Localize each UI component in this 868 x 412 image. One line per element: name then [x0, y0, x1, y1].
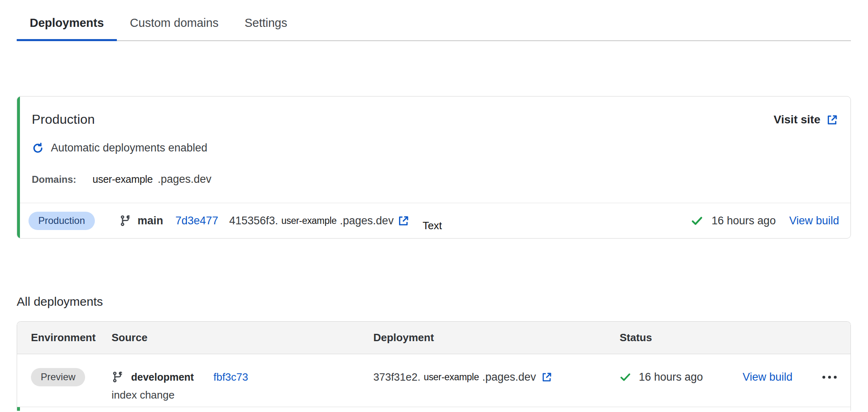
branch-name: main [138, 215, 163, 227]
deployment-domain-suffix: .pages.dev [482, 371, 536, 384]
production-indicator-bar [17, 96, 20, 238]
view-build-link[interactable]: View build [743, 371, 793, 384]
deployment-domain-name: user-example [281, 215, 337, 226]
external-link-icon[interactable] [397, 215, 410, 227]
domains-row: Domains: user-example .pages.dev [32, 173, 838, 186]
column-header-deployment: Deployment [373, 331, 620, 344]
refresh-icon [32, 142, 44, 154]
deployment-cell: 373f31e2. user-example .pages.dev [373, 369, 620, 385]
deployment-subdomain: 373f31e2. [373, 371, 421, 384]
deployment-domain-name: user-example [424, 372, 479, 383]
deployment-time: 16 hours ago [639, 371, 703, 384]
actions-cell: View build [743, 369, 850, 385]
git-branch-icon [119, 215, 132, 227]
auto-deployments-text: Automatic deployments enabled [51, 142, 207, 154]
tab-label: Custom domains [130, 16, 219, 29]
tab-settings[interactable]: Settings [232, 14, 300, 41]
tab-label: Settings [245, 16, 287, 29]
visit-site-link[interactable]: Visit site [774, 113, 838, 126]
column-header-status: Status [620, 331, 743, 344]
external-link-icon [826, 114, 838, 126]
environment-badge: Production [28, 212, 95, 230]
environment-cell: Preview [17, 369, 112, 385]
deployment-status: 16 hours ago View build [691, 215, 839, 227]
visit-site-label: Visit site [774, 113, 820, 126]
tab-bar: Deployments Custom domains Settings [17, 14, 851, 41]
deployment-domain-suffix: .pages.dev [340, 215, 394, 227]
domain-name: user-example [92, 173, 153, 185]
domain-suffix: .pages.dev [158, 173, 211, 186]
auto-deployments-status: Automatic deployments enabled [32, 142, 838, 154]
status-cell: 16 hours ago [620, 369, 743, 385]
production-card: Production Visit site Automatic de [17, 96, 851, 239]
production-deployment-row: Production main 7d3e477 415356f3. user-e… [17, 203, 850, 238]
view-build-link[interactable]: View build [789, 215, 839, 227]
production-card-header: Production Visit site [32, 112, 838, 127]
more-options-icon[interactable] [822, 373, 837, 381]
domains-label: Domains: [32, 174, 76, 185]
production-heading: Production [32, 112, 95, 127]
column-header-source: Source [112, 331, 373, 344]
environment-badge: Preview [31, 368, 85, 386]
tab-label: Deployments [30, 16, 104, 29]
commit-link[interactable]: fbf3c73 [213, 371, 248, 384]
all-deployments-heading: All deployments [17, 295, 851, 309]
check-icon [691, 215, 703, 227]
production-indicator-bar [17, 407, 20, 411]
source-cell: development fbf3c73 index change [112, 369, 373, 403]
deployment-subdomain: 415356f3. [229, 215, 278, 227]
git-branch-icon [112, 371, 124, 383]
tab-custom-domains[interactable]: Custom domains [117, 14, 232, 41]
commit-message: index change [112, 387, 175, 403]
deployment-time: 16 hours ago [712, 215, 776, 227]
next-row-peek [17, 407, 850, 411]
annotation-text: Text [423, 219, 442, 232]
external-link-icon[interactable] [541, 371, 552, 383]
pages-project-screen: Deployments Custom domains Settings Prod… [0, 0, 868, 412]
table-row: Preview development fbf3c73 index change… [17, 354, 850, 407]
check-icon [620, 371, 631, 383]
column-header-environment: Environment [17, 331, 112, 344]
source-line: development fbf3c73 [112, 369, 248, 385]
table-header-row: Environment Source Deployment Status [17, 322, 850, 354]
production-card-body: Production Visit site Automatic de [17, 96, 850, 186]
deployments-table: Environment Source Deployment Status Pre… [17, 321, 851, 411]
tab-deployments[interactable]: Deployments [17, 14, 117, 41]
commit-link[interactable]: 7d3e477 [175, 215, 218, 227]
branch-name: development [131, 371, 194, 383]
